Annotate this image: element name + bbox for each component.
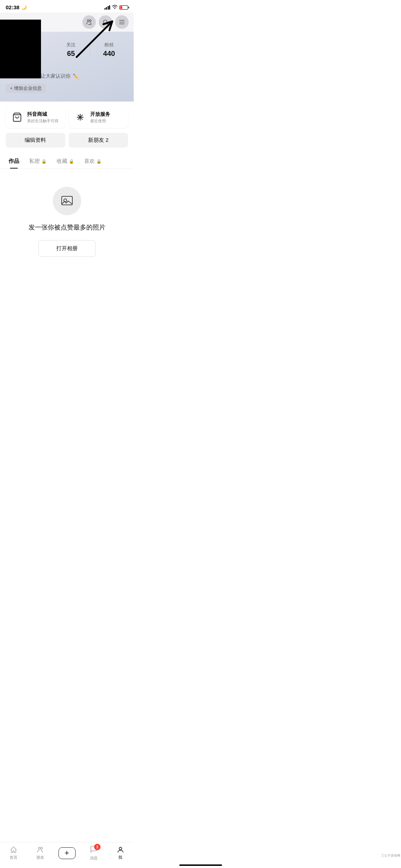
douyin-mall-card[interactable]: 抖音商城 美好生活触手可得 <box>6 107 65 128</box>
follow-count: 65 <box>67 50 75 58</box>
douyin-mall-title: 抖音商城 <box>27 111 58 118</box>
fans-count: 440 <box>103 50 115 58</box>
open-album-button[interactable]: 打开相册 <box>38 240 96 257</box>
tab-private[interactable]: 私密 🔒 <box>24 153 52 169</box>
new-friends-button[interactable]: 新朋友 2 <box>69 133 128 148</box>
asterisk-icon <box>74 111 87 124</box>
tab-likes[interactable]: 喜欢 🔒 <box>79 153 107 169</box>
friends-icon-button[interactable] <box>82 15 96 29</box>
empty-icon-circle <box>53 187 81 215</box>
stats-area: 关注 65 粉丝 440 <box>48 35 128 58</box>
action-buttons: 编辑资料 新朋友 2 <box>0 133 134 153</box>
status-time: 02:38 <box>6 4 19 10</box>
empty-title: 发一张你被点赞最多的照片 <box>29 223 106 232</box>
empty-state: 发一张你被点赞最多的照片 打开相册 <box>0 169 134 268</box>
status-bar: 02:38 🌙 <box>0 0 134 12</box>
status-icons <box>104 5 128 10</box>
favorites-lock-icon: 🔒 <box>69 159 74 164</box>
service-cards: 抖音商城 美好生活触手可得 开放服务 最近使用 <box>0 102 134 133</box>
edit-bio-icon[interactable]: ✏️ <box>73 73 79 79</box>
svg-point-2 <box>103 20 107 24</box>
search-icon-button[interactable] <box>99 15 112 29</box>
svg-point-0 <box>87 20 89 21</box>
cart-icon <box>11 111 24 124</box>
svg-point-1 <box>89 20 91 21</box>
open-service-subtitle: 最近使用 <box>90 118 110 124</box>
open-service-card[interactable]: 开放服务 最近使用 <box>69 107 128 128</box>
open-service-info: 开放服务 最近使用 <box>90 111 110 124</box>
follow-label: 关注 <box>66 42 76 48</box>
wifi-icon <box>112 5 118 10</box>
edit-profile-button[interactable]: 编辑资料 <box>6 133 65 148</box>
douyin-mall-info: 抖音商城 美好生活触手可得 <box>27 111 58 124</box>
fans-stat[interactable]: 粉丝 440 <box>90 42 128 58</box>
battery-icon <box>119 5 128 10</box>
moon-icon: 🌙 <box>21 5 27 10</box>
add-company-button[interactable]: + 增加企业信息 <box>6 84 46 93</box>
private-lock-icon: 🔒 <box>41 159 47 164</box>
douyin-mall-subtitle: 美好生活触手可得 <box>27 118 58 124</box>
menu-button[interactable] <box>115 15 129 29</box>
svg-rect-8 <box>62 196 72 205</box>
open-service-title: 开放服务 <box>90 111 110 118</box>
tabs-bar: 作品 私密 🔒 收藏 🔒 喜欢 🔒 <box>0 153 134 169</box>
tab-favorites[interactable]: 收藏 🔒 <box>52 153 79 169</box>
follow-stat[interactable]: 关注 65 <box>52 42 90 58</box>
signal-icon <box>104 5 110 10</box>
fans-label: 粉丝 <box>104 42 114 48</box>
censored-overlay <box>0 20 41 78</box>
likes-lock-icon: 🔒 <box>96 159 102 164</box>
tab-works[interactable]: 作品 <box>4 153 24 169</box>
